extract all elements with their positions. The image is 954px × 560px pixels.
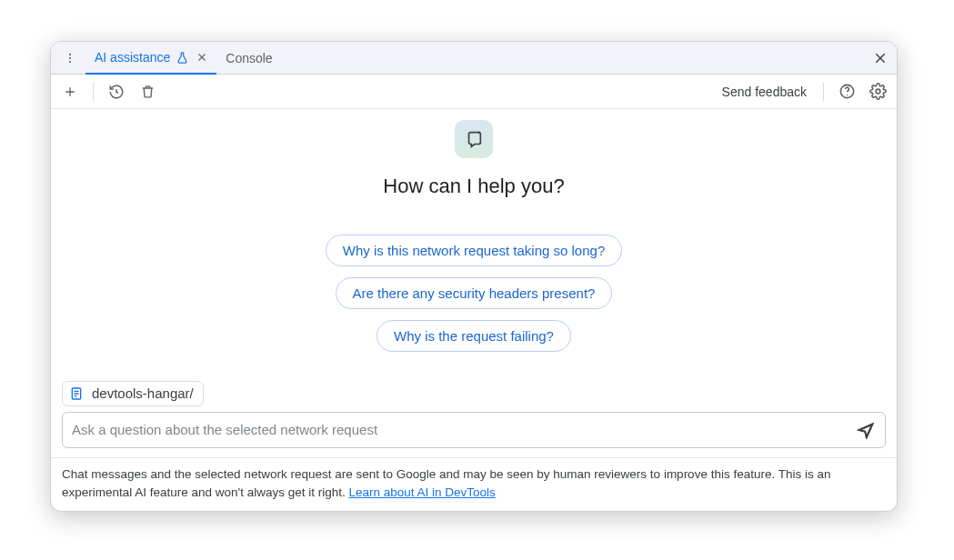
- trash-icon[interactable]: [137, 82, 157, 102]
- flask-icon: [176, 51, 189, 65]
- hero-title: How can I help you?: [383, 175, 564, 198]
- suggestion-chip[interactable]: Are there any security headers present?: [336, 277, 613, 309]
- context-chip[interactable]: devtools-hangar/: [62, 381, 204, 406]
- svg-point-2: [69, 61, 71, 63]
- svg-point-0: [69, 53, 71, 55]
- input-row: [51, 412, 897, 457]
- kebab-menu-icon[interactable]: [60, 48, 80, 68]
- toolbar: Send feedback: [51, 75, 897, 109]
- close-tab-icon[interactable]: [196, 52, 207, 63]
- tab-console[interactable]: Console: [216, 42, 281, 74]
- toolbar-divider: [823, 83, 824, 101]
- svg-point-5: [876, 89, 880, 94]
- add-icon[interactable]: [60, 82, 80, 102]
- suggestion-list: Why is this network request taking so lo…: [326, 235, 622, 352]
- chat-input[interactable]: [72, 422, 856, 437]
- main-area: How can I help you? Why is this network …: [51, 109, 897, 457]
- send-feedback-link[interactable]: Send feedback: [722, 85, 807, 99]
- learn-more-link[interactable]: Learn about AI in DevTools: [349, 485, 496, 499]
- close-panel-icon[interactable]: [873, 51, 888, 65]
- gear-icon[interactable]: [868, 82, 888, 102]
- svg-point-4: [846, 95, 847, 95]
- chat-input-box: [62, 412, 886, 448]
- toolbar-divider: [93, 83, 94, 101]
- history-icon[interactable]: [106, 82, 126, 102]
- svg-point-1: [69, 56, 71, 58]
- context-row: devtools-hangar/: [51, 366, 897, 412]
- tab-ai-assistance-label: AI assistance: [95, 50, 170, 65]
- help-icon[interactable]: [837, 82, 857, 102]
- tab-ai-assistance[interactable]: AI assistance: [85, 43, 216, 75]
- send-icon[interactable]: [856, 420, 876, 440]
- devtools-panel: AI assistance Console: [50, 41, 898, 512]
- suggestion-chip[interactable]: Why is this network request taking so lo…: [326, 235, 622, 266]
- context-chip-label: devtools-hangar/: [92, 385, 194, 401]
- document-icon: [68, 385, 85, 402]
- tab-strip: AI assistance Console: [51, 42, 897, 75]
- suggestion-chip[interactable]: Why is the request failing?: [377, 320, 571, 352]
- disclaimer-footer: Chat messages and the selected network r…: [51, 457, 897, 512]
- ai-sparkle-icon: [455, 120, 493, 158]
- tab-console-label: Console: [226, 51, 272, 65]
